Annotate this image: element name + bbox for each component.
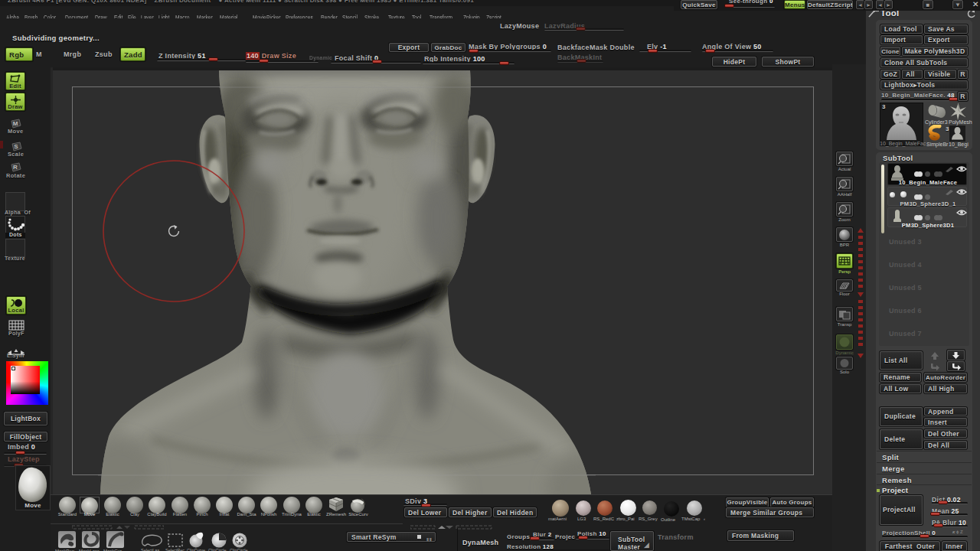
svg-text:S: S (14, 143, 18, 150)
svg-text:M: M (13, 120, 18, 127)
svg-text:R: R (13, 164, 18, 171)
